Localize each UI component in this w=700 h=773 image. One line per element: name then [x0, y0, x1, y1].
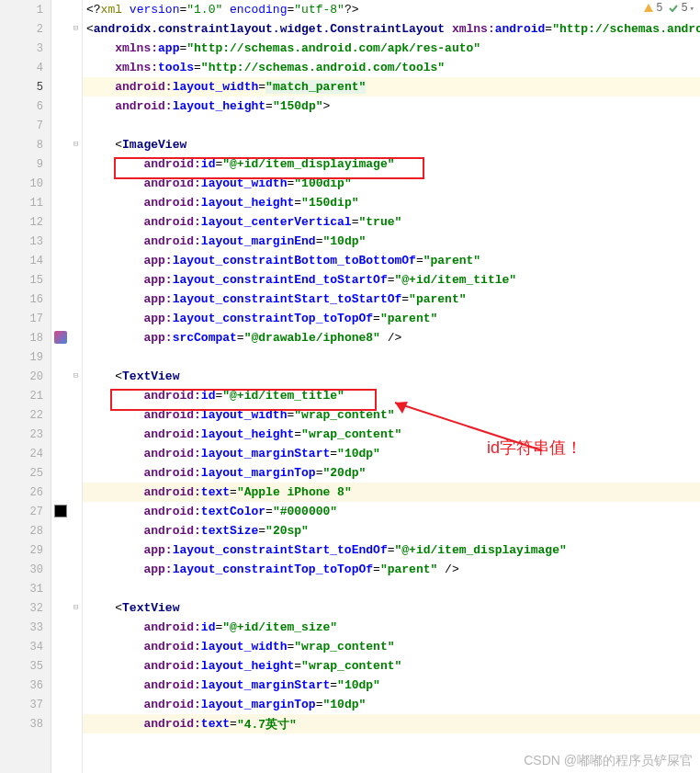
- code-token: =: [294, 196, 301, 210]
- line-number[interactable]: 24: [0, 444, 51, 463]
- code-line[interactable]: android:layout_height="wrap_content": [83, 425, 700, 444]
- line-number[interactable]: 33: [0, 618, 51, 637]
- code-line[interactable]: <androidx.constraintlayout.widget.Constr…: [83, 19, 700, 39]
- line-number[interactable]: 25: [0, 463, 51, 483]
- code-line[interactable]: android:layout_height="150dp">: [83, 97, 700, 116]
- image-gutter-icon[interactable]: [54, 331, 67, 344]
- code-line[interactable]: app:srcCompat="@drawable/iphone8" />: [83, 328, 700, 347]
- line-number[interactable]: 12: [0, 212, 51, 232]
- line-number[interactable]: 20: [0, 367, 51, 386]
- line-number[interactable]: 31: [0, 579, 51, 598]
- fold-toggle-icon[interactable]: ⊟: [72, 25, 80, 33]
- code-line[interactable]: android:layout_centerVertical="true": [83, 212, 700, 232]
- code-line[interactable]: app:layout_constraintEnd_toStartOf="@+id…: [83, 270, 700, 290]
- code-line[interactable]: xmlns:tools="http://schemas.android.com/…: [83, 58, 700, 77]
- line-number[interactable]: 22: [0, 405, 51, 425]
- chevron-down-icon: ▾: [690, 4, 694, 14]
- code-line[interactable]: android:id="@+id/item_displayimage": [83, 154, 700, 174]
- code-line[interactable]: android:textColor="#000000": [83, 502, 700, 521]
- line-number[interactable]: 9: [0, 154, 51, 174]
- code-line[interactable]: [83, 347, 700, 367]
- line-number[interactable]: 11: [0, 193, 51, 212]
- color-swatch-icon[interactable]: [54, 505, 67, 517]
- code-line[interactable]: android:layout_height="wrap_content": [83, 656, 700, 676]
- code-line[interactable]: android:layout_marginTop="10dp": [83, 695, 700, 714]
- fold-toggle-icon[interactable]: ⊟: [72, 141, 80, 149]
- warning-indicator[interactable]: 5: [643, 2, 662, 15]
- code-line[interactable]: android:layout_marginStart="10dp": [83, 444, 700, 463]
- code-line[interactable]: <TextView: [83, 598, 700, 618]
- line-number[interactable]: 18: [0, 328, 51, 347]
- line-number[interactable]: 28: [0, 521, 51, 540]
- line-number[interactable]: 1: [0, 0, 51, 19]
- code-line[interactable]: android:layout_width="100dip": [83, 174, 700, 193]
- line-number[interactable]: 14: [0, 251, 51, 270]
- warning-icon: [643, 3, 654, 14]
- line-number[interactable]: 37: [0, 695, 51, 714]
- code-line[interactable]: android:layout_marginTop="20dp": [83, 463, 700, 483]
- code-line[interactable]: app:layout_constraintTop_toTopOf="parent…: [83, 560, 700, 579]
- line-number[interactable]: 34: [0, 637, 51, 656]
- line-number[interactable]: 26: [0, 483, 51, 502]
- code-line[interactable]: android:id="@+id/item_title": [83, 386, 700, 405]
- line-number[interactable]: 30: [0, 560, 51, 579]
- code-token: android:: [143, 466, 200, 480]
- line-number[interactable]: 17: [0, 309, 51, 328]
- line-number[interactable]: 4: [0, 58, 51, 77]
- line-number[interactable]: 27: [0, 502, 51, 521]
- code-line[interactable]: android:layout_height="150dip": [83, 193, 700, 212]
- code-line[interactable]: <ImageView: [83, 135, 700, 154]
- code-token: text: [201, 485, 230, 499]
- line-number[interactable]: 23: [0, 425, 51, 444]
- line-number[interactable]: 32: [0, 598, 51, 618]
- line-number[interactable]: 15: [0, 270, 51, 290]
- line-number[interactable]: 2: [0, 19, 51, 39]
- code-token: "parent": [423, 254, 480, 267]
- code-line[interactable]: [83, 579, 700, 598]
- ok-indicator[interactable]: 5 ▾: [668, 2, 694, 15]
- code-line[interactable]: app:layout_constraintStart_toStartOf="pa…: [83, 290, 700, 309]
- line-number[interactable]: 36: [0, 676, 51, 695]
- code-line[interactable]: app:layout_constraintBottom_toBottomOf="…: [83, 251, 700, 270]
- code-token: "http://schemas.android.com/apk/res-auto…: [186, 41, 480, 55]
- line-number[interactable]: 19: [0, 347, 51, 367]
- line-number[interactable]: 38: [0, 714, 51, 733]
- code-line[interactable]: <TextView: [83, 367, 700, 386]
- code-token: =: [545, 22, 552, 36]
- code-line[interactable]: android:textSize="20sp": [83, 521, 700, 540]
- code-line[interactable]: android:layout_width="wrap_content": [83, 405, 700, 425]
- code-line[interactable]: xmlns:app="http://schemas.android.com/ap…: [83, 39, 700, 58]
- fold-toggle-icon[interactable]: ⊟: [72, 604, 80, 612]
- code-token: "wrap_content": [301, 659, 401, 673]
- code-line[interactable]: app:layout_constraintStart_toEndOf="@+id…: [83, 540, 700, 560]
- line-number[interactable]: 8: [0, 135, 51, 154]
- code-token: android:: [115, 99, 172, 113]
- line-number[interactable]: 29: [0, 540, 51, 560]
- fold-toggle-icon[interactable]: ⊟: [72, 372, 80, 381]
- line-number[interactable]: 13: [0, 232, 51, 251]
- code-line[interactable]: app:layout_constraintTop_toTopOf="parent…: [83, 309, 700, 328]
- line-number[interactable]: 35: [0, 656, 51, 676]
- code-line[interactable]: android:layout_marginStart="10dp": [83, 676, 700, 695]
- code-line[interactable]: android:layout_marginEnd="10dp": [83, 232, 700, 251]
- code-line[interactable]: android:layout_width="wrap_content": [83, 637, 700, 656]
- code-token: =: [330, 678, 337, 692]
- code-token: layout_constraintEnd_toStartOf: [173, 273, 388, 287]
- code-line[interactable]: android:layout_width="match_parent": [83, 77, 700, 97]
- inspection-status[interactable]: 5 5 ▾: [643, 2, 694, 15]
- code-line[interactable]: <?xml version="1.0" encoding="utf-8"?>: [83, 0, 700, 19]
- code-area[interactable]: 5 5 ▾ id字符串值！ <?xml version="1.0" encodi…: [83, 0, 700, 773]
- code-token: android:: [143, 659, 200, 673]
- code-token: =: [230, 717, 237, 731]
- code-line[interactable]: [83, 116, 700, 135]
- line-number[interactable]: 10: [0, 174, 51, 193]
- code-line[interactable]: android:id="@+id/item_size": [83, 618, 700, 637]
- code-line[interactable]: android:text="Apple iPhone 8": [83, 483, 700, 502]
- line-number[interactable]: 5: [0, 77, 51, 97]
- line-number[interactable]: 21: [0, 386, 51, 405]
- line-number[interactable]: 7: [0, 116, 51, 135]
- line-number[interactable]: 3: [0, 39, 51, 58]
- code-line[interactable]: android:text="4.7英寸": [83, 714, 700, 733]
- line-number[interactable]: 6: [0, 97, 51, 116]
- line-number[interactable]: 16: [0, 290, 51, 309]
